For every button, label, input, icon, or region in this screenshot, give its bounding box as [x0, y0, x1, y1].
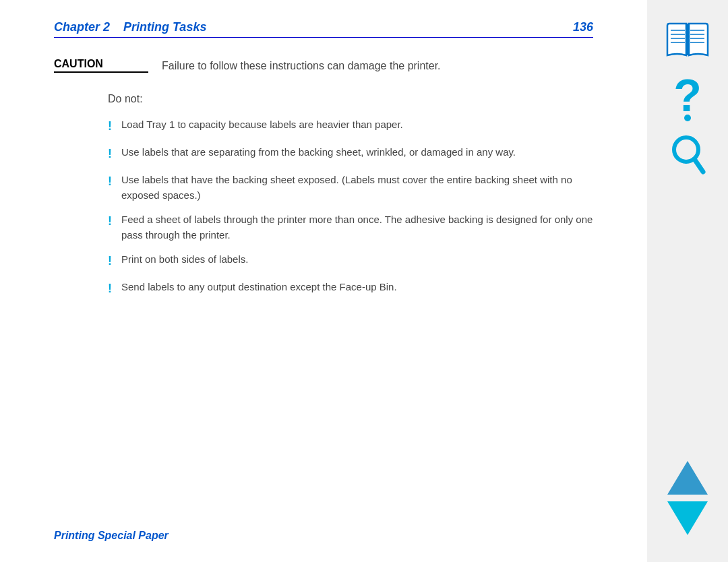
- list-text: Feed a sheet of labels through the print…: [121, 212, 593, 243]
- list-item: ! Feed a sheet of labels through the pri…: [108, 212, 593, 243]
- svg-rect-0: [686, 24, 689, 55]
- list-bullet: !: [108, 145, 112, 163]
- page-header: Chapter 2 Printing Tasks 136: [54, 20, 593, 38]
- list-bullet: !: [108, 212, 112, 230]
- list-text: Use labels that are separating from the …: [121, 145, 593, 160]
- do-not-label: Do not:: [108, 93, 593, 105]
- list-item: ! Use labels that are separating from th…: [108, 145, 593, 163]
- caution-text: Failure to follow these instructions can…: [162, 58, 441, 74]
- book-icon[interactable]: [664, 20, 711, 61]
- list-item: ! Load Tray 1 to capacity because labels…: [108, 117, 593, 135]
- next-page-button[interactable]: [667, 501, 708, 535]
- list-item: ! Use labels that have the backing sheet…: [108, 173, 593, 203]
- list-item: ! Send labels to any output destination …: [108, 280, 593, 298]
- list-bullet: !: [108, 280, 112, 298]
- list-text: Print on both sides of labels.: [121, 252, 593, 268]
- main-content: Chapter 2 Printing Tasks 136 CAUTION Fai…: [0, 0, 647, 562]
- svg-point-10: [684, 115, 691, 121]
- list-bullet: !: [108, 173, 112, 191]
- list-item: ! Print on both sides of labels.: [108, 252, 593, 270]
- list-text: Send labels to any output destination ex…: [121, 280, 593, 295]
- list-bullet: !: [108, 252, 112, 270]
- list-text: Load Tray 1 to capacity because labels a…: [121, 117, 593, 133]
- help-icon[interactable]: ?: [671, 74, 704, 121]
- previous-page-button[interactable]: [667, 461, 708, 495]
- footer-text: Printing Special Paper: [54, 530, 169, 541]
- page-footer: Printing Special Paper: [54, 530, 169, 542]
- list-bullet: !: [108, 117, 112, 135]
- list-text: Use labels that have the backing sheet e…: [121, 173, 593, 203]
- svg-text:?: ?: [673, 74, 702, 121]
- chapter-title: Chapter 2 Printing Tasks: [54, 20, 206, 34]
- sidebar: ?: [647, 0, 728, 562]
- page-number: 136: [573, 20, 593, 34]
- caution-label: CAUTION: [54, 58, 148, 73]
- list-container: ! Load Tray 1 to capacity because labels…: [108, 117, 593, 298]
- search-icon[interactable]: [669, 135, 706, 179]
- navigation-arrows: [667, 461, 708, 535]
- svg-line-12: [694, 159, 703, 172]
- caution-section: CAUTION Failure to follow these instruct…: [54, 58, 593, 74]
